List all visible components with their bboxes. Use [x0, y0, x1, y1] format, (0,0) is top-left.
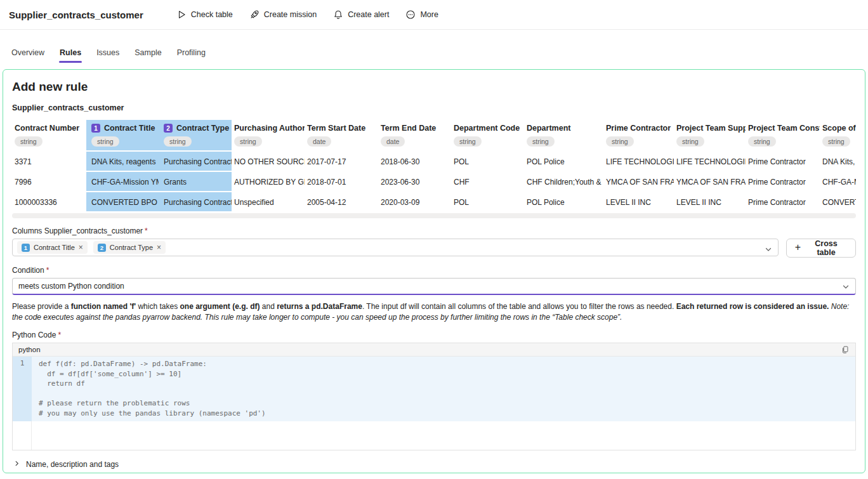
column-header[interactable]: Project Team Supplierstring [674, 120, 746, 152]
code-empty-area[interactable] [32, 421, 855, 450]
plus-icon: + [795, 242, 801, 253]
table-cell: Unspecified [232, 192, 305, 213]
table-cell: CHF Children;Youth & ... [524, 172, 603, 192]
tab-profiling[interactable]: Profiling [169, 44, 213, 61]
required-marker: * [46, 266, 49, 275]
column-header[interactable]: Term Start Datedate [305, 120, 378, 152]
tab-label: Overview [11, 48, 44, 57]
required-marker: * [145, 226, 148, 235]
cross-table-button[interactable]: + Cross table [786, 239, 856, 258]
rocket-icon [249, 10, 260, 20]
column-header[interactable]: Departmentstring [524, 120, 603, 152]
column-header[interactable]: Prime Contractorstring [603, 120, 674, 152]
play-icon [176, 10, 187, 20]
column-type-pill: string [454, 136, 482, 147]
name-description-tags-expander[interactable]: Name, description and tags [12, 457, 856, 472]
column-type-pill: string [748, 136, 776, 147]
tab-rules[interactable]: Rules [52, 44, 89, 61]
help-text-segment: . The input df will contain all columns … [362, 302, 676, 311]
tab-bar: OverviewRulesIssuesSampleProfiling [0, 44, 868, 61]
table-cell: Prime Contractor [746, 192, 820, 213]
table-cell: Prime Contractor [746, 152, 820, 172]
copy-icon[interactable] [841, 345, 850, 354]
help-text-segment: and [260, 302, 277, 311]
table-cell: DNA Kits, reagents [86, 152, 159, 172]
column-type-pill: string [164, 136, 192, 147]
table-cell: CONVERTED BPO [86, 192, 159, 213]
column-name: Project Team Supplier [676, 124, 746, 133]
chip-remove-icon[interactable]: × [157, 244, 161, 251]
table-cell: 1000003336 [12, 192, 86, 213]
column-header[interactable]: Purchasing Authoritystring [232, 120, 305, 152]
table-cell: CONVERTED B [820, 192, 856, 213]
toolbar-button-more[interactable]: More [400, 6, 443, 23]
column-name: Department Code [454, 124, 520, 133]
column-order-badge: 2 [164, 124, 173, 133]
tab-overview[interactable]: Overview [4, 44, 52, 61]
python-code-editor[interactable]: python 1 def f(df: pd.DataFrame) -> pd.D… [12, 343, 856, 450]
column-type-pill: string [676, 136, 704, 147]
column-header[interactable]: Department Codestring [451, 120, 524, 152]
columns-multiselect-input[interactable]: 1Contract Title×2Contract Type× [12, 239, 779, 256]
help-text-segment: returns a pd.DataFrame [277, 302, 362, 311]
column-header-name-row: Contract Number [15, 123, 81, 133]
table-cell: POL Police [524, 192, 603, 213]
column-name: Purchasing Authority [234, 124, 305, 133]
column-order-badge: 1 [91, 124, 100, 133]
column-header[interactable]: Contract Numberstring [12, 120, 86, 152]
column-type-pill: string [527, 136, 555, 147]
column-name: Project Team Constit... [748, 124, 820, 133]
panel-title: Add new rule [12, 80, 856, 94]
chevron-down-icon[interactable] [765, 244, 772, 256]
column-chip[interactable]: 1Contract Title× [17, 241, 88, 254]
line-number: 1 [13, 357, 32, 421]
help-text-segment: which takes [136, 302, 180, 311]
column-header-name-row: Department Code [454, 123, 519, 133]
toolbar-button-create-mission[interactable]: Create mission [244, 6, 322, 23]
bell-icon [333, 10, 343, 20]
condition-field-label: Condition* [12, 266, 856, 275]
chip-label: Contract Type [110, 244, 153, 251]
column-header-name-row: Project Team Supplier [676, 123, 740, 133]
column-header[interactable]: Scope of Worlstring [820, 120, 856, 152]
column-name: Department [527, 124, 570, 133]
column-type-pill: string [91, 136, 119, 147]
table-cell: 2023-06-30 [378, 172, 451, 192]
table-cell: Grants [159, 172, 232, 192]
toolbar-button-check-table[interactable]: Check table [171, 6, 238, 23]
table-cell: CHF-GA-Missio [820, 172, 856, 192]
add-rule-panel: Add new rule Supplier_contracts_customer… [3, 69, 865, 473]
column-header-name-row: 2Contract Type [164, 123, 227, 133]
table-cell: POL [451, 192, 524, 213]
toolbar-button-create-alert[interactable]: Create alert [328, 6, 394, 23]
table-cell: 3371 [12, 152, 86, 172]
gutter [13, 421, 32, 450]
chip-remove-icon[interactable]: × [79, 244, 83, 251]
table-cell: YMCA OF SAN FRANC... [603, 172, 674, 192]
column-header[interactable]: Term End Datedate [378, 120, 451, 152]
tab-issues[interactable]: Issues [89, 44, 127, 61]
code-content[interactable]: def f(df: pd.DataFrame) -> pd.DataFrame:… [32, 357, 855, 421]
python-code-label: Python Code* [12, 331, 856, 339]
column-type-pill: string [822, 136, 850, 147]
toolbar-button-label: More [420, 10, 438, 19]
column-header[interactable]: Project Team Constit...string [746, 120, 820, 152]
table-cell: CHF-GA-Mission YMC... [86, 172, 159, 192]
table-cell: YMCA OF SAN FRANC... [674, 172, 746, 192]
column-header[interactable]: 1Contract Titlestring [86, 120, 159, 152]
table-horizontal-scrollbar[interactable] [12, 213, 856, 218]
column-header[interactable]: 2Contract Typestring [159, 120, 232, 152]
column-name: Contract Title [104, 124, 155, 133]
tab-label: Profiling [177, 48, 206, 57]
help-text: Please provide a function named 'f' whic… [12, 301, 856, 322]
help-text-segment: function named 'f' [71, 302, 136, 311]
condition-selected-value: meets custom Python condition [18, 282, 124, 291]
table-row: 1000003336CONVERTED BPOPurchasing Contra… [12, 192, 856, 213]
tab-sample[interactable]: Sample [127, 44, 169, 61]
toolbar-button-label: Create alert [348, 10, 389, 19]
column-chip[interactable]: 2Contract Type× [93, 241, 166, 254]
code-editor-body[interactable]: 1 def f(df: pd.DataFrame) -> pd.DataFram… [13, 357, 855, 450]
condition-select[interactable]: meets custom Python condition [12, 278, 856, 295]
columns-field-row: 1Contract Title×2Contract Type× + Cross … [12, 239, 856, 258]
tab-label: Issues [96, 48, 119, 57]
